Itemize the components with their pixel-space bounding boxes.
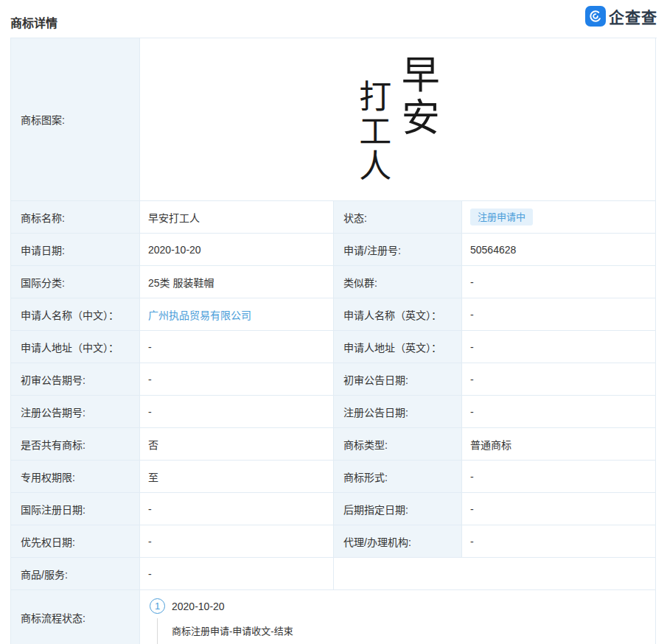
value-trademark-name: 早安打工人 xyxy=(140,201,334,234)
label-registration-gazette-no: 注册公告期号: xyxy=(11,396,140,428)
value-applicant-address-cn: - xyxy=(140,331,334,363)
value-similar-group: - xyxy=(462,266,656,298)
qichacha-logo-text: 企查查 xyxy=(609,5,657,27)
flow-step-description: 商标注册申请-申请收文-结束 xyxy=(172,623,293,637)
label-trademark-name: 商标名称: xyxy=(11,201,140,234)
flow-timeline-line xyxy=(157,618,158,644)
value-first-trial-gazette-no: - xyxy=(140,363,334,396)
label-status: 状态: xyxy=(334,201,462,234)
qichacha-logo-icon xyxy=(585,6,606,27)
label-exclusive-right-period: 专用权期限: xyxy=(11,461,140,493)
applicant-name-link[interactable]: 广州执品贸易有限公司 xyxy=(148,307,251,322)
label-application-date: 申请日期: xyxy=(11,234,140,266)
value-applicant-name-en: - xyxy=(462,298,656,331)
label-trademark-image: 商标图案: xyxy=(11,38,140,201)
label-flow-status: 商标流程状态: xyxy=(11,590,140,644)
label-intl-classification: 国际分类: xyxy=(11,266,140,298)
trademark-detail-page: 商标详情 企查查 商标图案: 早安 打工人 商标名称: 早安打工人 状态: 注册… xyxy=(0,0,667,644)
value-is-shared-trademark: 否 xyxy=(140,428,334,461)
value-applicant-name-cn: 广州执品贸易有限公司 xyxy=(140,298,334,331)
label-goods-services: 商品/服务: xyxy=(11,558,140,590)
qichacha-logo: 企查查 xyxy=(585,5,657,27)
value-exclusive-right-period: 至 xyxy=(140,461,334,493)
value-status: 注册申请中 xyxy=(462,201,656,234)
trademark-detail-table: 商标图案: 早安 打工人 商标名称: 早安打工人 状态: 注册申请中 申请日期:… xyxy=(10,38,657,644)
goods-services-empty-cell xyxy=(334,558,656,590)
label-intl-registration-date: 国际注册日期: xyxy=(11,493,140,525)
value-later-designated-date: - xyxy=(462,493,656,525)
value-application-number: 50564628 xyxy=(462,234,656,266)
label-registration-gazette-date: 注册公告日期: xyxy=(334,396,462,428)
trademark-image-right-column: 早安 xyxy=(397,55,438,140)
value-intl-registration-date: - xyxy=(140,493,334,525)
label-trademark-type: 商标类型: xyxy=(334,428,462,461)
value-priority-date: - xyxy=(140,525,334,558)
flow-status-cell: 1 2020-10-20 商标注册申请-申请收文-结束 xyxy=(140,590,656,644)
label-applicant-address-en: 申请人地址（英文）： xyxy=(334,331,462,363)
value-first-trial-gazette-date: - xyxy=(462,363,656,396)
flow-step-date: 2020-10-20 xyxy=(172,601,225,612)
value-goods-services: - xyxy=(140,558,334,590)
label-applicant-name-cn: 申请人名称（中文）： xyxy=(11,298,140,331)
label-first-trial-gazette-no: 初审公告期号: xyxy=(11,363,140,396)
value-registration-gazette-no: - xyxy=(140,396,334,428)
label-first-trial-gazette-date: 初审公告日期: xyxy=(334,363,462,396)
flow-step-number: 1 xyxy=(150,598,165,614)
value-trademark-type: 普通商标 xyxy=(462,428,656,461)
label-is-shared-trademark: 是否共有商标: xyxy=(11,428,140,461)
value-application-date: 2020-10-20 xyxy=(140,234,334,266)
value-agency: - xyxy=(462,525,656,558)
value-registration-gazette-date: - xyxy=(462,396,656,428)
value-applicant-address-en: - xyxy=(462,331,656,363)
label-application-number: 申请/注册号: xyxy=(334,234,462,266)
label-later-designated-date: 后期指定日期: xyxy=(334,493,462,525)
value-trademark-form: - xyxy=(462,461,656,493)
label-applicant-address-cn: 申请人地址（中文）： xyxy=(11,331,140,363)
label-priority-date: 优先权日期: xyxy=(11,525,140,558)
trademark-image-cell: 早安 打工人 xyxy=(140,38,656,201)
trademark-image-left-column: 打工人 xyxy=(355,80,389,183)
label-agency: 代理/办理机构: xyxy=(334,525,462,558)
label-applicant-name-en: 申请人名称（英文）： xyxy=(334,298,462,331)
page-title: 商标详情 xyxy=(10,13,57,31)
label-trademark-form: 商标形式: xyxy=(334,461,462,493)
value-intl-classification: 25类 服装鞋帽 xyxy=(140,266,334,298)
label-similar-group: 类似群: xyxy=(334,266,462,298)
status-badge: 注册申请中 xyxy=(470,209,533,225)
